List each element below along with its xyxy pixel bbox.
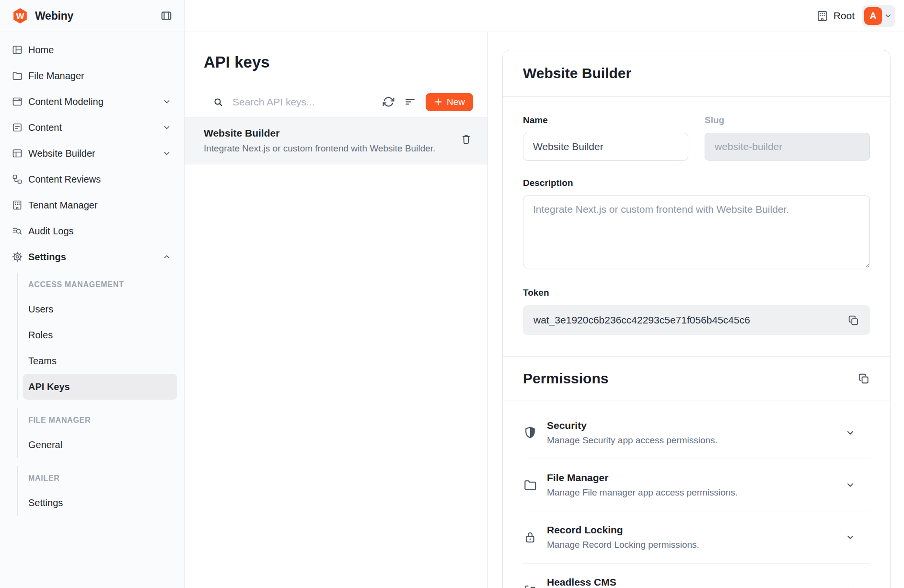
api-key-item-description: Integrate Next.js or custom frontend wit… [204,143,460,154]
delete-api-key-button[interactable] [460,133,472,145]
lock-icon [523,530,538,544]
sidebar-item-mailer-settings[interactable]: Settings [23,490,177,516]
permission-title: Headless CMS [547,576,845,588]
new-api-key-button[interactable]: New [426,93,473,111]
plus-icon [434,97,443,106]
workflow-icon [12,173,24,185]
chevron-down-icon [845,480,856,490]
sidebar-item-teams[interactable]: Teams [23,348,177,374]
copy-token-button[interactable] [847,314,859,326]
permission-texts: Record Locking Manage Record Locking per… [547,524,845,550]
sidebar-item-label: File Manager [28,70,84,81]
refresh-icon [382,96,394,108]
sidebar-item-label: Website Builder [28,148,95,159]
sidebar-group-access-management: ACCESS MANAGEMENT Users Roles Teams API … [17,273,177,400]
sidebar-item-tenant-manager[interactable]: Tenant Manager [0,192,184,218]
sidebar-item-general[interactable]: General [23,432,177,458]
card-title: Website Builder [523,65,870,81]
api-key-list-item[interactable]: Website Builder Integrate Next.js or cus… [185,117,487,164]
content: API keys [185,32,904,588]
main-area: Root A API keys [185,0,904,588]
folder-icon [12,70,24,81]
name-input[interactable] [523,133,688,161]
group-item-label: Teams [28,356,57,367]
panel-collapse-icon [160,10,173,22]
sidebar-item-api-keys[interactable]: API Keys [23,374,177,400]
sidebar-item-home[interactable]: Home [0,37,184,63]
slug-field: Slug [705,115,870,161]
permission-description: Manage File manager app access permissio… [547,487,845,498]
chevron-down-icon [162,97,172,106]
sort-button[interactable] [404,96,416,108]
copy-permissions-button[interactable] [858,372,870,385]
sidebar-item-label: Home [28,45,54,56]
sidebar-item-settings[interactable]: Settings [0,244,184,270]
sidebar-item-content-reviews[interactable]: Content Reviews [0,166,184,192]
sort-icon [404,96,416,108]
permission-texts: Security Manage Security app access perm… [547,420,845,446]
webiny-logo-icon: W [12,7,29,24]
api-key-card: Website Builder Name Slug [502,50,891,588]
permissions-list: Security Manage Security app access perm… [503,401,890,588]
slug-input [705,133,870,161]
user-menu[interactable]: A [862,5,895,27]
search-box [212,96,373,108]
token-box: wat_3e1920c6b236cc42293c5e71f056b45c45c6 [523,305,870,335]
permissions-header: Permissions [503,356,890,401]
sidebar-item-file-manager[interactable]: File Manager [0,63,184,89]
content-modeling-icon [12,96,24,107]
sidebar-item-users[interactable]: Users [23,296,177,322]
sidebar-item-content[interactable]: Content [0,115,184,140]
token-value: wat_3e1920c6b236cc42293c5e71f056b45c45c6 [533,314,750,326]
permission-description: Manage Security app access permissions. [547,435,845,446]
sidebar-item-website-builder[interactable]: Website Builder [0,140,184,166]
group-header: MAILER [18,466,177,490]
permission-row-record-locking[interactable]: Record Locking Manage Record Locking per… [523,511,870,564]
sidebar-item-label: Content Reviews [28,174,101,185]
sidebar-group-file-manager: FILE MANAGER General [17,408,177,458]
tenant-selector[interactable]: Root [816,10,855,23]
token-field: Token wat_3e1920c6b236cc42293c5e71f056b4… [523,288,870,335]
chevron-down-icon [162,123,172,132]
tenant-label: Root [834,10,855,22]
sidebar-item-roles[interactable]: Roles [23,322,177,348]
svg-text:W: W [16,12,24,21]
refresh-button[interactable] [382,96,394,108]
description-textarea[interactable] [523,196,870,268]
sidebar-item-content-modeling[interactable]: Content Modeling [0,89,184,115]
sidebar-item-label: Content [28,122,62,133]
permissions-title: Permissions [523,370,608,387]
sidebar-collapse-button[interactable] [160,10,173,22]
chevron-down-icon [845,427,856,438]
website-builder-icon [12,148,24,159]
group-item-label: Settings [28,497,63,508]
group-item-label: Users [28,304,53,315]
search-input[interactable] [232,96,373,108]
permission-texts: Headless CMS Manage Headless CMS app acc… [547,576,845,588]
chevron-down-icon [884,12,892,20]
description-label: Description [523,178,870,188]
brand: W Webiny [12,7,160,24]
building-icon [816,10,829,23]
devices-icon [523,582,538,588]
token-label: Token [523,288,870,298]
permission-title: Security [547,420,845,431]
chevron-down-icon [845,532,856,542]
sidebar-item-audit-logs[interactable]: Audit Logs [0,218,184,244]
list-toolbar: New [185,87,487,117]
description-field: Description [523,178,870,270]
content-icon [12,122,24,133]
permission-title: File Manager [547,472,845,484]
chevron-down-icon [845,584,856,588]
api-key-item-title: Website Builder [204,127,460,139]
gear-icon [12,251,24,263]
avatar: A [864,7,882,25]
permission-row-security[interactable]: Security Manage Security app access perm… [523,407,870,459]
trash-icon [460,133,472,145]
group-item-label: Roles [28,330,53,341]
permission-row-file-manager[interactable]: File Manager Manage File manager app acc… [523,459,870,511]
permission-row-headless-cms[interactable]: Headless CMS Manage Headless CMS app acc… [523,564,870,588]
shield-icon [523,426,538,440]
api-keys-list-panel: API keys [185,32,488,588]
sidebar-group-mailer: MAILER Settings [17,466,177,516]
